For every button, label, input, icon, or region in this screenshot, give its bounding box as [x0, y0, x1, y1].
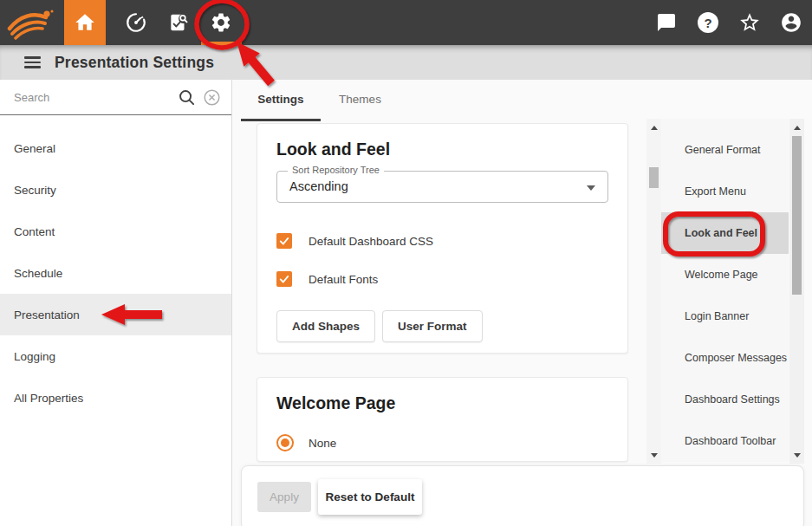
menu-icon[interactable]	[24, 56, 41, 68]
add-shapes-button[interactable]: Add Shapes	[276, 310, 375, 342]
scroll-down-icon[interactable]	[789, 448, 804, 462]
reset-to-default-button[interactable]: Reset to Default	[318, 479, 422, 515]
welcome-page-card: Welcome Page None	[257, 377, 628, 462]
section-general-format[interactable]: General Format	[661, 129, 789, 171]
sidebar-item-content[interactable]: Content	[0, 211, 231, 252]
section-nav-scrollbar[interactable]	[789, 119, 804, 464]
section-dashboard-settings[interactable]: Dashboard Settings	[661, 379, 789, 420]
favorites-star-icon[interactable]	[738, 11, 761, 34]
sidebar-item-presentation[interactable]: Presentation	[0, 294, 231, 335]
welcome-none-row: None	[276, 434, 608, 451]
default-fonts-row: Default Fonts	[276, 271, 608, 287]
welcome-page-title: Welcome Page	[276, 393, 608, 413]
settings-gear-icon[interactable]	[209, 10, 233, 35]
sidebar-item-logging[interactable]: Logging	[0, 335, 231, 377]
sidebar-list: General Security Content Schedule Presen…	[0, 127, 231, 419]
tab-themes[interactable]: Themes	[319, 80, 401, 119]
apply-button[interactable]: Apply	[257, 482, 311, 512]
home-tab[interactable]	[64, 0, 106, 45]
section-dashboard-toolbar[interactable]: Dashboard Toolbar	[661, 420, 789, 462]
dropdown-label: Sort Repository Tree	[288, 165, 384, 175]
default-fonts-checkbox[interactable]	[276, 271, 292, 287]
user-format-button[interactable]: User Format	[382, 310, 483, 342]
default-dashboard-css-checkbox[interactable]	[276, 233, 292, 249]
chevron-down-icon	[587, 185, 595, 191]
monitor-gauge-icon[interactable]	[124, 10, 148, 35]
page-header: Presentation Settings	[0, 45, 812, 80]
scroll-up-icon[interactable]	[789, 120, 804, 134]
active-tab-indicator	[201, 42, 242, 45]
section-welcome-page[interactable]: Welcome Page	[661, 254, 789, 295]
logi-logo[interactable]	[7, 5, 57, 40]
default-dashboard-css-row: Default Dashboard CSS	[276, 233, 608, 249]
radio-label: None	[309, 437, 336, 450]
check-icon	[278, 235, 290, 247]
action-bar: Apply Reset to Default	[241, 465, 804, 526]
settings-sidebar: General Security Content Schedule Presen…	[0, 80, 232, 526]
section-login-banner[interactable]: Login Banner	[661, 295, 789, 337]
account-icon[interactable]	[780, 11, 802, 34]
app-screen: ? Presentation Settings	[0, 0, 812, 526]
scroll-up-icon[interactable]	[646, 120, 661, 134]
section-composer-messages[interactable]: Composer Messages	[661, 337, 789, 379]
section-export-menu[interactable]: Export Menu	[661, 171, 789, 212]
none-radio[interactable]	[276, 434, 294, 451]
sidebar-item-security[interactable]: Security	[0, 169, 231, 211]
look-and-feel-card: Look and Feel Sort Repository Tree Ascen…	[257, 123, 628, 354]
dropdown-value: Ascending	[277, 172, 607, 202]
sidebar-item-schedule[interactable]: Schedule	[0, 252, 231, 294]
help-icon[interactable]: ?	[697, 11, 719, 34]
scrollbar-thumb[interactable]	[649, 167, 659, 188]
sidebar-item-general[interactable]: General	[0, 127, 231, 169]
top-navbar: ?	[0, 0, 812, 45]
sidebar-item-all-properties[interactable]: All Properties	[0, 377, 231, 419]
look-and-feel-title: Look and Feel	[276, 140, 608, 159]
tab-settings[interactable]: Settings	[241, 80, 321, 119]
search-bar	[0, 80, 231, 115]
section-look-and-feel[interactable]: Look and Feel	[661, 212, 789, 254]
clear-search-icon[interactable]	[203, 88, 221, 107]
scrollbar-thumb[interactable]	[792, 136, 802, 295]
section-nav: General Format Export Menu Look and Feel…	[661, 119, 789, 462]
chat-icon[interactable]	[655, 11, 678, 34]
check-icon	[278, 273, 290, 285]
report-search-icon[interactable]	[166, 10, 191, 35]
search-input[interactable]	[14, 91, 171, 104]
checkbox-label: Default Fonts	[309, 273, 378, 286]
home-icon	[74, 11, 96, 34]
tab-active-underline	[241, 119, 321, 121]
sort-repository-tree-dropdown[interactable]: Sort Repository Tree Ascending	[276, 171, 608, 203]
search-icon[interactable]	[178, 88, 196, 107]
content-scrollbar[interactable]	[646, 119, 661, 464]
scroll-down-icon[interactable]	[646, 448, 661, 462]
checkbox-label: Default Dashboard CSS	[309, 235, 433, 248]
page-title: Presentation Settings	[55, 54, 214, 72]
